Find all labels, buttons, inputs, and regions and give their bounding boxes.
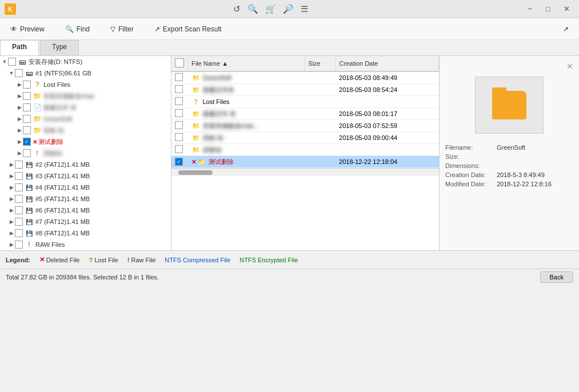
row-checkbox[interactable] [175,109,183,117]
lost-label: Lost File [94,257,118,263]
fat3-checkbox[interactable] [15,172,23,180]
horizontal-scrollbar[interactable] [171,168,439,176]
tree-toggle[interactable]: ▶ [8,196,15,202]
fat4-checkbox[interactable] [15,183,23,191]
select-all-header[interactable] [171,56,188,71]
tree-subfolder3[interactable]: ▶ 📁 GreenSoft [0,113,171,125]
close-preview-button[interactable]: ✕ [445,62,573,71]
share-button[interactable]: ↗ [558,23,573,35]
tree-toggle[interactable]: ▶ [8,173,15,179]
minimize-button[interactable]: − [522,3,538,15]
cart-icon[interactable]: 🛒 [265,4,276,14]
tree-subfolder6[interactable]: ▶ ! 回收站 [0,147,171,159]
tree-toggle[interactable]: ▶ [16,105,23,110]
row-checkbox[interactable] [175,85,183,93]
tree-subfolder4[interactable]: ▶ 📁 回收 站 [0,125,171,136]
filename-header[interactable]: File Name ▲ [188,56,305,71]
title-bar-left: K [5,3,19,15]
sub4-checkbox[interactable] [23,126,31,134]
sub6-checkbox[interactable] [23,149,31,157]
zoom-icon[interactable]: 🔎 [283,4,294,14]
tree-toggle[interactable]: ▶ [8,207,15,213]
tree-toggle[interactable]: ▶ [8,230,15,236]
creation-header[interactable]: Creation Date [336,56,438,71]
tree-fat12-2[interactable]: ▶ 💾 #2 (FAT12)1.41 MB [0,159,171,170]
tree-deleted[interactable]: ▶ ✕ 测试删除 [0,136,171,147]
modified-label: Modified Date: [445,181,497,187]
table-header-row: File Name ▲ Size Creation Date [171,56,439,71]
deleted-checkbox[interactable] [23,138,31,146]
table-row[interactable]: 📁回收站 [171,144,439,156]
raw-checkbox[interactable] [15,241,23,249]
root-checkbox[interactable] [8,58,16,66]
row-checkbox[interactable] [175,145,183,153]
tree-toggle[interactable]: ▼ [8,70,15,76]
select-all-checkbox[interactable] [175,58,184,67]
table-row[interactable]: 📁新建文件夹2018-05-03 08:54:24 [171,84,439,96]
sub2-checkbox[interactable] [23,103,31,111]
tree-toggle[interactable]: ▼ [1,59,8,65]
row-checkbox[interactable] [175,121,183,129]
fat2-checkbox[interactable] [15,161,23,169]
tree-subfolder1[interactable]: ▶ 📁 安装存储备份rmat [0,90,171,102]
tree-subfolder2[interactable]: ▶ 📄 新建文件 夹 [0,102,171,113]
tree-toggle[interactable]: ▶ [16,127,23,133]
row-checkbox[interactable] [175,73,183,81]
table-row[interactable]: 📁回收 站2018-05-03 09:00:44 [171,132,439,144]
close-button[interactable]: ✕ [558,3,574,15]
export-button[interactable]: ↗ Export Scan Result [150,23,226,35]
tab-path[interactable]: Path [0,40,39,55]
back-button[interactable]: Back [540,271,573,283]
tree-fat12-7[interactable]: ▶ 💾 #7 (FAT12)1.41 MB [0,216,171,227]
search-icon[interactable]: 🔍 [247,4,258,14]
file-name-text: 新建文件夹 [203,86,234,94]
tab-type[interactable]: Type [40,40,79,55]
row-checkbox[interactable] [175,133,183,141]
tree-raw-files[interactable]: ▶ ! RAW Files [0,239,171,250]
sub1-checkbox[interactable] [23,92,31,100]
tree-fat12-3[interactable]: ▶ 💾 #3 (FAT12)1.41 MB [0,170,171,182]
tree-toggle[interactable]: ▶ [8,242,15,247]
fat8-checkbox[interactable] [15,229,23,237]
tree-lost-files[interactable]: ▶ ? Lost Files [0,79,171,90]
maximize-button[interactable]: □ [540,3,556,15]
tree-toggle[interactable]: ▶ [16,139,23,145]
size-header[interactable]: Size [305,56,336,71]
tree-toggle[interactable]: ▶ [16,93,23,99]
fat5-checkbox[interactable] [15,195,23,203]
tree-fat12-6[interactable]: ▶ 💾 #6 (FAT12)1.41 MB [0,205,171,216]
tree-ntfs[interactable]: ▼ 🖴 #1 (NTFS)96.61 GB [0,67,171,79]
find-button[interactable]: 🔍 Find [61,23,94,35]
tree-toggle[interactable]: ▶ [8,185,15,190]
tree-toggle[interactable]: ▶ [16,116,23,122]
fat4-label: #4 (FAT12)1.41 MB [35,184,90,191]
file-type-icon: 📁 [191,145,201,154]
dimensions-label: Dimensions: [445,162,497,169]
fat6-checkbox[interactable] [15,206,23,214]
fat7-checkbox[interactable] [15,218,23,226]
tree-toggle[interactable]: ▶ [8,162,15,167]
table-row[interactable]: ✕📁测试删除2018-12-22 12:18:04 [171,156,439,168]
row-checkbox[interactable] [175,97,183,105]
lost-checkbox[interactable] [23,81,31,89]
table-row[interactable]: ?Lost Files [171,96,439,108]
table-row[interactable]: 📁安装存储备份rmat...2018-05-03 07:52:59 [171,120,439,132]
refresh-icon[interactable]: ↺ [233,4,241,14]
menu-icon[interactable]: ☰ [301,4,308,14]
tree-fat12-5[interactable]: ▶ 💾 #5 (FAT12)1.41 MB [0,193,171,205]
tree-fat12-8[interactable]: ▶ 💾 #8 (FAT12)1.41 MB [0,227,171,239]
filter-button[interactable]: ▽ Filter [106,23,138,35]
sub3-checkbox[interactable] [23,115,31,123]
preview-button[interactable]: 👁 Preview [6,23,49,35]
tree-toggle[interactable]: ▶ [16,82,23,87]
tree-toggle[interactable]: ▶ [8,219,15,225]
table-row[interactable]: 📁GreenSoft2018-05-03 08:49:49 [171,71,439,84]
tree-toggle[interactable]: ▶ [16,150,23,156]
tree-fat12-4[interactable]: ▶ 💾 #4 (FAT12)1.41 MB [0,182,171,193]
file-name-text: 安装存储备份rmat... [203,122,258,130]
ntfs-checkbox[interactable] [15,69,23,77]
tree-root[interactable]: ▼ 🖴 安装存储(D: NTFS) [0,56,171,67]
table-row[interactable]: 📁新建文件 夹2018-05-03 08:01:17 [171,108,439,120]
scrollbar-thumb[interactable] [178,170,213,175]
row-checkbox[interactable] [175,158,183,166]
